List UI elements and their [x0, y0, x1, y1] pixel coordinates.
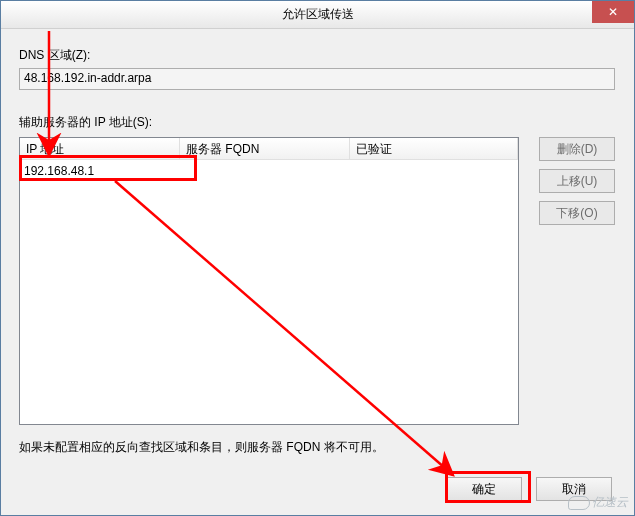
secondary-servers-label: 辅助服务器的 IP 地址(S):	[19, 114, 616, 131]
close-button[interactable]: ✕	[592, 1, 634, 23]
table-row[interactable]	[20, 160, 518, 182]
servers-table: IP 地址 服务器 FQDN 已验证	[19, 137, 519, 425]
side-buttons: 删除(D) 上移(U) 下移(O)	[539, 137, 615, 425]
fqdn-note: 如果未配置相应的反向查找区域和条目，则服务器 FQDN 将不可用。	[19, 439, 616, 456]
watermark-text: 亿速云	[592, 494, 628, 511]
column-ip: IP 地址	[20, 138, 180, 159]
close-icon: ✕	[608, 5, 618, 19]
column-verified: 已验证	[350, 138, 518, 159]
cloud-icon	[568, 496, 590, 510]
ip-address-input[interactable]	[24, 162, 176, 180]
watermark: 亿速云	[568, 494, 628, 511]
delete-button[interactable]: 删除(D)	[539, 137, 615, 161]
dns-zone-field: 48.168.192.in-addr.arpa	[19, 68, 615, 90]
move-down-button[interactable]: 下移(O)	[539, 201, 615, 225]
table-header: IP 地址 服务器 FQDN 已验证	[20, 138, 518, 160]
ok-button[interactable]: 确定	[446, 477, 522, 501]
ip-cell[interactable]	[20, 160, 180, 182]
titlebar: 允许区域传送 ✕	[1, 1, 634, 29]
column-fqdn: 服务器 FQDN	[180, 138, 350, 159]
move-up-button[interactable]: 上移(U)	[539, 169, 615, 193]
servers-area: IP 地址 服务器 FQDN 已验证 删除(D) 上移(U) 下移(O)	[19, 137, 616, 425]
dialog-window: 允许区域传送 ✕ DNS 区域(Z): 48.168.192.in-addr.a…	[0, 0, 635, 516]
dns-zone-label: DNS 区域(Z):	[19, 47, 616, 64]
window-title: 允许区域传送	[282, 6, 354, 23]
dialog-content: DNS 区域(Z): 48.168.192.in-addr.arpa 辅助服务器…	[1, 29, 634, 468]
